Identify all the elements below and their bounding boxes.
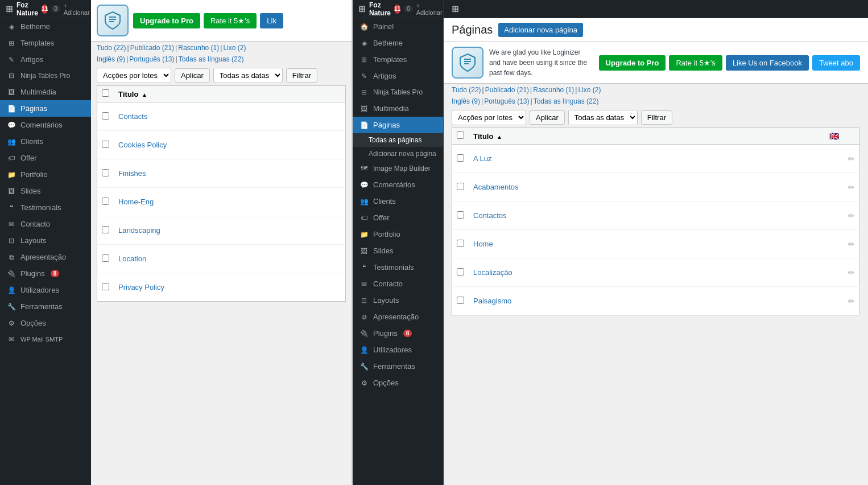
nav-item-multimidia-m[interactable]: 🖼 Multimédia [353, 100, 443, 117]
nav-item-imagemap-m[interactable]: 🗺 Image Map Builder [353, 161, 443, 176]
nav-item-testimonials-m[interactable]: ❝ Testimonials [353, 259, 443, 276]
nav-item-betheme[interactable]: ◈ Betheme [0, 18, 91, 35]
filter-btn-right[interactable]: Filtrar [641, 110, 672, 125]
apply-btn-left[interactable]: Aplicar [175, 68, 210, 83]
checkbox-1-left[interactable] [102, 112, 109, 120]
like-btn-right[interactable]: Like Us on Facebook [726, 55, 809, 71]
page-link-location[interactable]: Location [118, 254, 146, 263]
filter-lixo-right[interactable]: Lixo (2) [578, 86, 601, 94]
page-link-homeeng[interactable]: Home-Eng [118, 198, 154, 206]
nav-item-ferramentas[interactable]: 🔧 Ferramentas [0, 298, 91, 315]
checkbox-3-left[interactable] [102, 169, 109, 176]
rate-btn-right[interactable]: Rate it 5★'s [669, 55, 722, 71]
left-table-title-header[interactable]: Título ▲ [114, 86, 346, 102]
add-new-middle[interactable]: + Adicionar [416, 2, 443, 16]
page-link-contacts[interactable]: Contacts [118, 112, 147, 121]
nav-item-betheme-m[interactable]: ◈ Betheme [353, 35, 443, 51]
site-name-middle[interactable]: Foz Nature [369, 1, 391, 17]
sub-item-todas-paginas[interactable]: Todas as páginas [353, 133, 443, 147]
checkbox-5-left[interactable] [102, 226, 109, 233]
comment-count-middle[interactable]: 0 [404, 5, 413, 13]
wp-logo-right[interactable]: ⊞ [452, 4, 459, 14]
lang-portugues-left[interactable]: Português (13) [129, 55, 174, 63]
filter-tudo-left[interactable]: Tudo (22) [97, 44, 126, 52]
nav-item-apresentacao-m[interactable]: ⧉ Apresentação [353, 309, 443, 325]
nav-item-painel[interactable]: 🏠 Painel [353, 18, 443, 35]
nav-item-contacto-m[interactable]: ✉ Contacto [353, 276, 443, 292]
page-link-privacy[interactable]: Privacy Policy [118, 283, 164, 291]
tweet-btn-right[interactable]: Tweet abo [812, 55, 860, 71]
lang-todas-left[interactable]: Todas as línguas (22) [179, 55, 244, 63]
row-checkbox-4-left[interactable] [97, 188, 114, 216]
nav-item-artigos[interactable]: ✎ Artigos [0, 51, 91, 68]
sub-item-adicionar[interactable]: Adicionar nova página [353, 147, 443, 161]
filter-publicado-right[interactable]: Publicado (21) [485, 86, 529, 94]
row-checkbox-5-left[interactable] [97, 216, 114, 245]
nav-item-comentarios[interactable]: 💬 Comentários [0, 117, 91, 133]
nav-item-multimidia[interactable]: 🖼 Multimédia [0, 84, 91, 100]
nav-item-opcoes-m[interactable]: ⚙ Opções [353, 375, 443, 391]
filter-btn-left[interactable]: Filtrar [286, 68, 317, 83]
checkbox-3-right[interactable] [457, 211, 464, 219]
nav-item-clients-m[interactable]: 👥 Clients [353, 193, 443, 209]
filter-tudo-right[interactable]: Tudo (22) [452, 86, 481, 94]
checkbox-4-right[interactable] [457, 240, 464, 247]
row-checkbox-6-left[interactable] [97, 245, 114, 273]
like-btn-left[interactable]: Lik [260, 13, 283, 28]
nav-item-templates-m[interactable]: ⊞ Templates [353, 51, 443, 68]
nav-item-plugins-m[interactable]: 🔌 Plugins 8 [353, 325, 443, 342]
checkbox-2-right[interactable] [457, 183, 464, 190]
edit-icon-5-right[interactable]: ✏ [848, 268, 855, 277]
nav-item-artigos-m[interactable]: ✎ Artigos [353, 68, 443, 84]
wp-logo-middle[interactable]: ⊞ [358, 4, 366, 14]
nav-item-paginas[interactable]: 📄 Páginas [0, 100, 91, 117]
lang-ingles-left[interactable]: Inglês (9) [97, 55, 125, 63]
dates-select-right[interactable]: Todas as datas [568, 110, 638, 125]
nav-item-wpmail[interactable]: ✉ WP Mail SMTP [0, 331, 91, 347]
nav-item-testimonials[interactable]: ❝ Testimonials [0, 199, 91, 216]
checkbox-6-left[interactable] [102, 254, 109, 262]
nav-item-plugins[interactable]: 🔌 Plugins 8 [0, 265, 91, 282]
checkbox-4-left[interactable] [102, 198, 109, 205]
checkbox-6-right[interactable] [457, 297, 464, 304]
nav-item-utilizadores-m[interactable]: 👤 Utilizadores [353, 342, 443, 358]
lang-ingles-right[interactable]: Inglês (9) [452, 97, 480, 105]
rate-btn-left[interactable]: Rate it 5★'s [204, 13, 257, 28]
upgrade-btn-left[interactable]: Upgrade to Pro [133, 13, 200, 28]
nav-item-offer[interactable]: 🏷 Offer [0, 150, 91, 166]
nav-item-templates[interactable]: ⊞ Templates [0, 35, 91, 51]
bulk-select-left[interactable]: Acções por lotes [97, 68, 171, 83]
filter-lixo-left[interactable]: Lixo (2) [223, 44, 246, 52]
notif-count-left[interactable]: 11 [42, 5, 48, 14]
page-link-paisagismo[interactable]: Paisagismo [473, 297, 511, 305]
page-link-aluz[interactable]: A Luz [473, 154, 492, 163]
nav-item-opcoes[interactable]: ⚙ Opções [0, 315, 91, 331]
select-all-checkbox-right[interactable] [457, 131, 464, 139]
edit-icon-6-right[interactable]: ✏ [848, 297, 855, 306]
page-link-finishes[interactable]: Finishes [118, 169, 146, 178]
nav-item-layouts[interactable]: ⊡ Layouts [0, 232, 91, 249]
lang-todas-right[interactable]: Todas as línguas (22) [534, 97, 599, 105]
bulk-select-right[interactable]: Acções por lotes [452, 110, 526, 125]
row-checkbox-1-left[interactable] [97, 102, 114, 131]
dates-select-left[interactable]: Todas as datas [213, 68, 283, 83]
page-link-cookies[interactable]: Cookies Policy [118, 141, 167, 149]
nav-item-portfolio[interactable]: 📁 Portfolio [0, 166, 91, 183]
checkbox-2-left[interactable] [102, 141, 109, 148]
checkbox-5-right[interactable] [457, 268, 464, 276]
nav-item-utilizadores[interactable]: 👤 Utilizadores [0, 282, 91, 298]
page-link-localizacao[interactable]: Localização [473, 268, 512, 277]
page-link-acabamentos[interactable]: Acabamentos [473, 183, 519, 191]
page-link-landscaping[interactable]: Landscaping [118, 226, 160, 235]
filter-publicado-left[interactable]: Publicado (21) [130, 44, 174, 52]
nav-item-comentarios-m[interactable]: 💬 Comentários [353, 176, 443, 193]
apply-btn-right[interactable]: Aplicar [530, 110, 565, 125]
page-link-contactos[interactable]: Contactos [473, 211, 507, 220]
nav-item-paginas-m[interactable]: 📄 Páginas [353, 117, 443, 133]
filter-rascunho-left[interactable]: Rascunho (1) [178, 44, 219, 52]
nav-item-offer-m[interactable]: 🏷 Offer [353, 209, 443, 226]
right-table-checkbox-header[interactable] [452, 128, 469, 145]
select-all-checkbox-left[interactable] [102, 89, 109, 97]
right-table-title-header[interactable]: Título ▲ [469, 128, 825, 145]
edit-icon-4-right[interactable]: ✏ [848, 240, 855, 249]
